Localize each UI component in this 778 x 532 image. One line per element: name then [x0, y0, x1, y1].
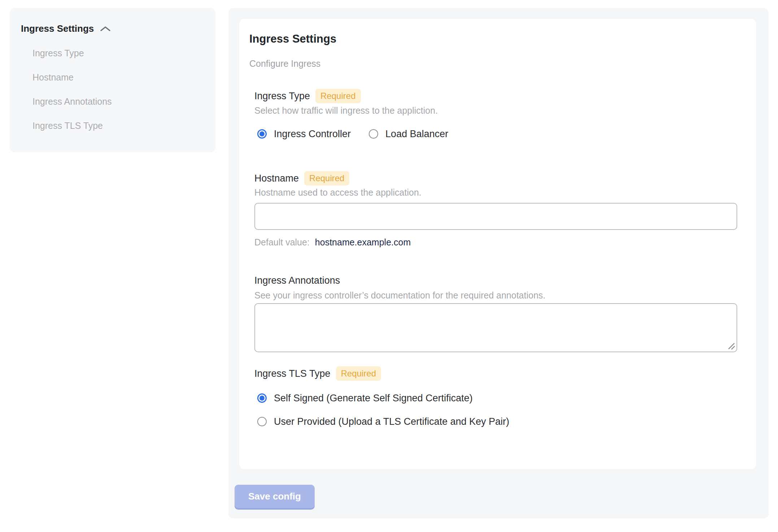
ingress-annotations-label-row: Ingress Annotations: [254, 275, 340, 286]
ingress-annotations-description: See your ingress controller’s documentat…: [254, 290, 546, 301]
sidebar-item-list: Ingress Type Hostname Ingress Annotation…: [32, 48, 112, 130]
radio-option-label: Self Signed (Generate Self Signed Certif…: [274, 392, 473, 404]
ingress-annotations-label: Ingress Annotations: [254, 275, 340, 286]
sidebar-item-ingress-annotations[interactable]: Ingress Annotations: [32, 97, 112, 106]
settings-card: Ingress Settings Configure Ingress Ingre…: [239, 19, 756, 469]
ingress-tls-type-label: Ingress TLS Type: [254, 368, 331, 379]
radio-unselected-icon: [257, 417, 267, 426]
radio-option-self-signed[interactable]: Self Signed (Generate Self Signed Certif…: [257, 392, 509, 404]
default-value-text: hostname.example.com: [315, 237, 411, 247]
hostname-label: Hostname: [254, 173, 299, 184]
default-value-label: Default value:: [254, 237, 310, 247]
radio-option-load-balancer[interactable]: Load Balancer: [369, 128, 448, 140]
sidebar-item-hostname[interactable]: Hostname: [32, 73, 112, 82]
required-badge: Required: [315, 89, 360, 103]
radio-option-label: Ingress Controller: [274, 128, 351, 140]
page-title: Ingress Settings: [249, 32, 336, 45]
ingress-annotations-textarea[interactable]: [254, 303, 737, 352]
radio-option-label: User Provided (Upload a TLS Certificate …: [274, 416, 509, 427]
sidebar-item-ingress-type[interactable]: Ingress Type: [32, 48, 112, 58]
ingress-type-radio-group: Ingress Controller Load Balancer: [257, 128, 448, 140]
ingress-type-description: Select how traffic will ingress to the a…: [254, 105, 438, 116]
main-panel: Ingress Settings Configure Ingress Ingre…: [228, 8, 769, 518]
sidebar-item-ingress-tls-type[interactable]: Ingress TLS Type: [32, 121, 112, 130]
chevron-up-icon: [100, 26, 111, 32]
radio-selected-icon: [257, 129, 267, 139]
hostname-description: Hostname used to access the application.: [254, 187, 421, 198]
ingress-type-label-row: Ingress Type Required: [254, 89, 361, 103]
radio-option-ingress-controller[interactable]: Ingress Controller: [257, 128, 351, 140]
radio-option-label: Load Balancer: [385, 128, 448, 140]
page-subtitle: Configure Ingress: [249, 58, 320, 69]
hostname-label-row: Hostname Required: [254, 171, 349, 186]
required-badge: Required: [336, 366, 381, 381]
ingress-type-label: Ingress Type: [254, 91, 310, 102]
sidebar-group-label: Ingress Settings: [21, 23, 94, 34]
ingress-tls-radio-group: Self Signed (Generate Self Signed Certif…: [257, 392, 509, 427]
radio-option-user-provided[interactable]: User Provided (Upload a TLS Certificate …: [257, 416, 509, 427]
sidebar-group-toggle[interactable]: Ingress Settings: [21, 23, 111, 34]
ingress-tls-type-label-row: Ingress TLS Type Required: [254, 366, 381, 381]
hostname-input[interactable]: [254, 203, 737, 230]
radio-unselected-icon: [369, 129, 378, 139]
save-config-button[interactable]: Save config: [235, 485, 315, 508]
hostname-default-line: Default value: hostname.example.com: [254, 237, 411, 248]
required-badge: Required: [304, 171, 349, 186]
sidebar: Ingress Settings Ingress Type Hostname I…: [10, 8, 215, 152]
radio-selected-icon: [257, 393, 267, 403]
